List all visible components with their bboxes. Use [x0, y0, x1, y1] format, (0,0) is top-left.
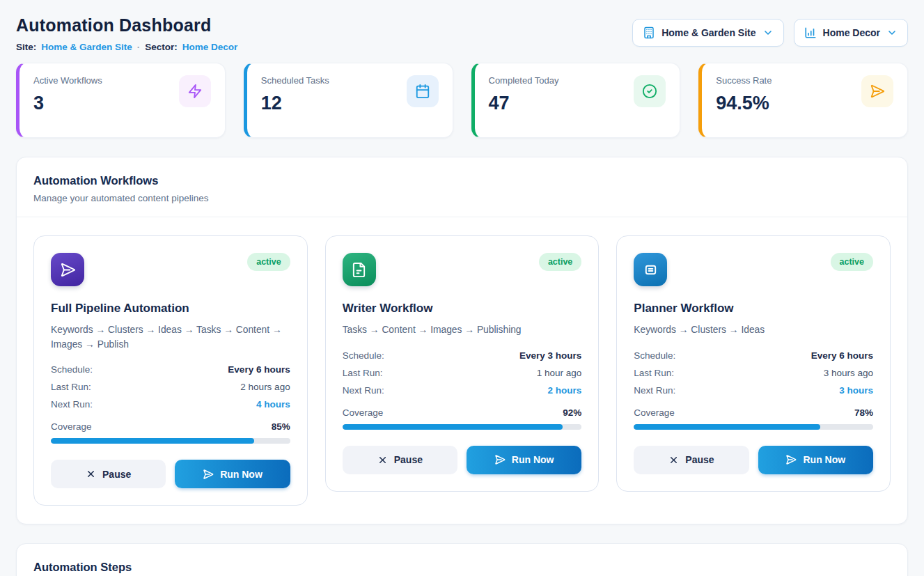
stat-card-active-workflows: Active Workflows 3: [16, 63, 226, 138]
status-badge: active: [831, 253, 873, 271]
bar-chart-icon: [804, 26, 817, 39]
zap-icon: [179, 75, 211, 107]
site-selector[interactable]: Home & Garden Site: [632, 19, 783, 47]
x-icon: [86, 469, 96, 479]
stat-card-scheduled-tasks: Scheduled Tasks 12: [244, 63, 453, 138]
stat-value: 94.5%: [716, 93, 772, 114]
automation-dashboard-page: Automation Dashboard Site: Home & Garden…: [0, 0, 924, 576]
stat-card-completed-today: Completed Today 47: [471, 63, 681, 138]
schedule-row: Schedule: Every 3 hours: [343, 347, 582, 364]
workflow-card-full-pipeline: active Full Pipeline Automation Keywords…: [33, 235, 308, 506]
coverage-row: Coverage 85%: [51, 421, 290, 432]
last-run-row: Last Run: 3 hours ago: [634, 364, 873, 382]
stat-value: 12: [261, 93, 329, 114]
coverage-progress-fill: [634, 424, 820, 430]
workflow-pipeline: Tasks → Content → Images → Publishing: [343, 323, 582, 338]
sector-label: Sector:: [145, 42, 178, 52]
coverage-value: 85%: [272, 421, 290, 432]
stat-value: 3: [33, 93, 102, 114]
x-icon: [377, 455, 388, 465]
next-run-value: 3 hours: [839, 385, 873, 396]
workflow-card-planner: active Planner Workflow Keywords → Clust…: [616, 235, 891, 492]
send-icon: [203, 469, 214, 480]
status-badge: active: [247, 253, 290, 271]
sector-selector[interactable]: Home Decor: [794, 19, 908, 47]
pause-button[interactable]: Pause: [51, 460, 166, 488]
coverage-progress-bar: [343, 424, 582, 430]
next-run-value: 4 hours: [256, 399, 290, 410]
file-text-icon: [343, 253, 376, 286]
stats-row: Active Workflows 3 Scheduled Tasks 12 Co…: [16, 63, 908, 138]
stat-label: Completed Today: [489, 75, 559, 86]
coverage-row: Coverage 78%: [634, 407, 873, 418]
workflow-title: Full Pipeline Automation: [51, 302, 290, 316]
next-run-value: 2 hours: [548, 385, 582, 396]
run-now-button[interactable]: Run Now: [175, 460, 290, 488]
chevron-down-icon: [762, 27, 774, 38]
building-icon: [643, 26, 655, 39]
sector-link[interactable]: Home Decor: [182, 42, 238, 52]
last-run-row: Last Run: 1 hour ago: [343, 364, 582, 382]
workflow-pipeline: Keywords → Clusters → Ideas: [634, 323, 873, 338]
schedule-value: Every 3 hours: [519, 350, 581, 361]
send-icon: [51, 253, 84, 286]
stat-card-success-rate: Success Rate 94.5%: [698, 63, 908, 138]
check-circle-icon: [634, 75, 666, 107]
last-run-row: Last Run: 2 hours ago: [51, 378, 290, 396]
workflows-subtitle: Manage your automated content pipelines: [33, 193, 891, 203]
breadcrumb: Site: Home & Garden Site · Sector: Home …: [16, 42, 237, 52]
schedule-row: Schedule: Every 6 hours: [51, 361, 290, 378]
workflows-grid: active Full Pipeline Automation Keywords…: [17, 217, 907, 524]
workflow-pipeline: Keywords → Clusters → Ideas → Tasks → Co…: [51, 323, 290, 352]
next-run-row: Next Run: 2 hours: [343, 382, 582, 399]
sector-selector-label: Home Decor: [823, 27, 880, 38]
send-icon: [785, 454, 797, 465]
workflow-title: Writer Workflow: [343, 302, 582, 316]
run-now-button[interactable]: Run Now: [467, 446, 581, 474]
steps-panel-header: Automation Steps Configure which steps a…: [17, 544, 907, 576]
site-selector-label: Home & Garden Site: [661, 27, 755, 38]
schedule-row: Schedule: Every 6 hours: [634, 347, 873, 364]
coverage-row: Coverage 92%: [343, 407, 582, 418]
pause-button[interactable]: Pause: [634, 446, 749, 474]
coverage-progress-bar: [634, 424, 873, 430]
send-icon: [494, 454, 506, 465]
stat-value: 47: [489, 93, 559, 114]
schedule-value: Every 6 hours: [228, 364, 290, 375]
stat-label: Active Workflows: [33, 75, 102, 86]
pause-button[interactable]: Pause: [343, 446, 457, 474]
send-icon: [861, 75, 893, 107]
last-run-value: 2 hours ago: [240, 382, 290, 392]
workflow-card-writer: active Writer Workflow Tasks → Content →…: [325, 235, 600, 492]
header-left: Automation Dashboard Site: Home & Garden…: [16, 15, 237, 52]
schedule-value: Every 6 hours: [811, 350, 873, 361]
automation-steps-panel: Automation Steps Configure which steps a…: [16, 543, 908, 576]
workflows-title: Automation Workflows: [33, 174, 891, 187]
workflow-title: Planner Workflow: [634, 302, 873, 316]
chevron-down-icon: [886, 27, 898, 38]
coverage-value: 92%: [563, 407, 581, 418]
coverage-progress-bar: [51, 438, 290, 444]
page-title: Automation Dashboard: [16, 15, 237, 36]
steps-title: Automation Steps: [33, 561, 891, 574]
header-selectors: Home & Garden Site Home Decor: [632, 19, 908, 47]
calendar-icon: [407, 75, 439, 107]
status-badge: active: [539, 253, 581, 271]
dot-separator: ·: [137, 42, 141, 52]
coverage-value: 78%: [854, 407, 873, 418]
stat-label: Scheduled Tasks: [261, 75, 329, 86]
coverage-progress-fill: [51, 438, 254, 444]
page-header: Automation Dashboard Site: Home & Garden…: [16, 15, 908, 52]
workflows-panel: Automation Workflows Manage your automat…: [16, 157, 908, 524]
x-icon: [668, 455, 679, 465]
list-square-icon: [634, 253, 667, 286]
next-run-row: Next Run: 4 hours: [51, 396, 290, 413]
coverage-progress-fill: [343, 424, 563, 430]
stat-label: Success Rate: [716, 75, 772, 86]
workflows-panel-header: Automation Workflows Manage your automat…: [17, 157, 907, 217]
next-run-row: Next Run: 3 hours: [634, 382, 873, 399]
site-label: Site:: [16, 42, 36, 52]
site-link[interactable]: Home & Garden Site: [41, 42, 132, 52]
run-now-button[interactable]: Run Now: [758, 446, 873, 474]
last-run-value: 1 hour ago: [537, 368, 582, 378]
